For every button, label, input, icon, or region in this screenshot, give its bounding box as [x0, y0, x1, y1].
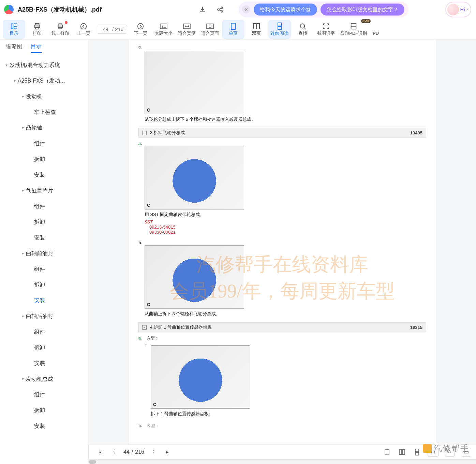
toc-label: 曲轴前油封	[26, 250, 53, 257]
toc-node[interactable]: 拆卸	[0, 340, 88, 356]
toc-node[interactable]: 拆卸	[0, 277, 88, 293]
find-button[interactable]: 查找	[292, 20, 314, 39]
ocr-capture-icon: T	[322, 22, 330, 30]
view-single-icon[interactable]	[383, 448, 391, 456]
toc-node[interactable]: ▾曲轴后油封	[0, 308, 88, 324]
sst-title: SST	[145, 220, 426, 224]
section-4-header[interactable]: − 4.拆卸 1 号曲轴位置传感器齿板 19315	[138, 322, 426, 332]
svg-point-10	[138, 23, 144, 29]
last-page-button[interactable]: ▸⎸	[165, 448, 174, 456]
toc-node[interactable]: ▾气缸盖垫片	[0, 183, 88, 199]
single-page-button[interactable]: 单页	[222, 20, 244, 39]
svg-rect-19	[278, 23, 281, 26]
page-input[interactable]: 44 / 216	[97, 25, 127, 34]
toc-node[interactable]: ▾凸轮轴	[0, 120, 88, 136]
toc-node[interactable]: 组件	[0, 136, 88, 151]
caption-4: 拆下 1 号曲轴位置传感器齿板。	[151, 411, 426, 417]
scan-pdf-ocr-button[interactable]: SVIP 影印PDF识别	[338, 20, 369, 39]
print-button[interactable]: 打印	[26, 20, 48, 39]
close-ai-pills[interactable]: ✕	[242, 5, 250, 14]
toc-node[interactable]: 安装	[0, 356, 88, 371]
actual-size-button[interactable]: 1:1 实际大小	[152, 20, 175, 39]
toc-node[interactable]: 安装	[0, 230, 88, 246]
toc-label: 曲轴后油封	[26, 313, 53, 320]
assistant-badge[interactable]: Hi ›	[445, 2, 471, 17]
two-page-button[interactable]: 双页	[245, 20, 268, 39]
tab-thumbnails[interactable]: 缩略图	[6, 43, 23, 53]
collapse-icon[interactable]: −	[142, 325, 147, 330]
toc-node[interactable]: 组件	[0, 261, 88, 277]
toc-node[interactable]: 组件	[0, 387, 88, 403]
toc-label: 安装	[34, 297, 45, 304]
ai-suggestion-2[interactable]: 怎么提取影印版文档里的文字？	[321, 3, 404, 15]
section-3-code: 13405	[410, 130, 422, 135]
toc-button[interactable]: 目录	[3, 20, 25, 39]
view-double-icon[interactable]	[398, 448, 406, 456]
toolbar-more[interactable]: PD	[370, 20, 382, 39]
share-icon[interactable]	[216, 5, 224, 14]
svg-rect-18	[257, 24, 259, 29]
toc-node[interactable]: 组件	[0, 199, 88, 214]
toc-node[interactable]: 安装	[0, 167, 88, 183]
scan-pdf-ocr-label: 影印PDF识别	[340, 30, 367, 37]
single-page-label: 单页	[229, 30, 238, 37]
actual-size-label: 实际大小	[155, 30, 173, 37]
toc-label: 组件	[34, 266, 45, 273]
horizontal-scrollbar[interactable]	[89, 459, 476, 464]
next-page-bottom[interactable]: 〉	[150, 448, 159, 456]
toc-node[interactable]: 安装	[0, 293, 88, 308]
toc-node[interactable]: 拆卸	[0, 403, 88, 418]
app-logo	[4, 5, 14, 14]
toc-tree[interactable]: ▾发动机/混合动力系统▾A25B-FXS（发动…▾发动机车上检查▾凸轮轴组件拆卸…	[0, 55, 88, 464]
toc-label: 拆卸	[34, 281, 45, 289]
two-page-icon	[252, 22, 261, 30]
fit-width-button[interactable]: 适合宽度	[176, 20, 198, 39]
toc-label: 气缸盖垫片	[26, 187, 53, 194]
toc-node[interactable]: 车上检查	[0, 104, 88, 120]
continuous-button[interactable]: 连续阅读	[268, 20, 291, 39]
toc-node[interactable]: ▾发动机/混合动力系统	[0, 57, 88, 73]
toc-label: 凸轮轴	[26, 125, 42, 132]
online-print-button[interactable]: 线上打印	[49, 20, 72, 39]
toc-label: 安装	[34, 172, 45, 179]
toc-label: 发动机	[26, 93, 42, 100]
step-c-label: c.	[138, 45, 144, 49]
toc-node[interactable]: ▾发动机总成	[0, 371, 88, 387]
figure-3: C	[145, 245, 244, 309]
actual-size-icon: 1:1	[160, 22, 168, 30]
fig-corner-c: C	[153, 402, 156, 407]
toc-label: 发动机/混合动力系统	[10, 62, 60, 69]
scrollbar-thumb[interactable]	[89, 460, 96, 464]
toc-node[interactable]: 组件	[0, 324, 88, 340]
step-b2-label: b.	[138, 423, 144, 428]
collapse-icon[interactable]: −	[142, 131, 147, 135]
toc-node[interactable]: ▾发动机	[0, 89, 88, 104]
chevron-down-icon: ▾	[20, 188, 26, 193]
ai-suggestion-1[interactable]: 给我今天的运势求个签	[254, 3, 317, 15]
svip-badge: SVIP	[361, 19, 371, 23]
view-continuous-icon[interactable]	[413, 448, 421, 456]
fit-page-button[interactable]: 适合页面	[199, 20, 221, 39]
prev-page-label: 上一页	[77, 30, 90, 37]
ocr-capture-button[interactable]: T 截图识字	[315, 20, 337, 39]
single-page-icon	[229, 22, 237, 30]
next-page-button[interactable]: 下一页	[129, 20, 152, 39]
toc-node[interactable]: ▾A25B-FXS（发动…	[0, 73, 88, 89]
download-icon[interactable]	[198, 5, 207, 14]
section-3-header[interactable]: − 3.拆卸飞轮分总成 13405	[138, 128, 426, 137]
find-label: 查找	[298, 30, 307, 37]
toc-node[interactable]: 拆卸	[0, 151, 88, 167]
prev-page-button[interactable]: 上一页	[72, 20, 95, 39]
toc-node[interactable]: ▾曲轴前油封	[0, 246, 88, 261]
assistant-avatar-icon	[447, 4, 459, 15]
bottom-page-sep: /	[132, 449, 133, 455]
prev-page-bottom[interactable]: 〈	[108, 448, 117, 456]
tab-toc[interactable]: 目录	[31, 43, 42, 53]
toc-node[interactable]: 拆卸	[0, 214, 88, 230]
pdf-more-label: PD	[373, 31, 379, 36]
file-title: A25B-FXS（发动机机械）.pdf	[18, 5, 102, 14]
chevron-down-icon: ▾	[20, 126, 26, 130]
toc-label: 组件	[34, 391, 45, 398]
first-page-button[interactable]: ⎹◂	[93, 448, 102, 456]
toc-node[interactable]: 安装	[0, 418, 88, 434]
